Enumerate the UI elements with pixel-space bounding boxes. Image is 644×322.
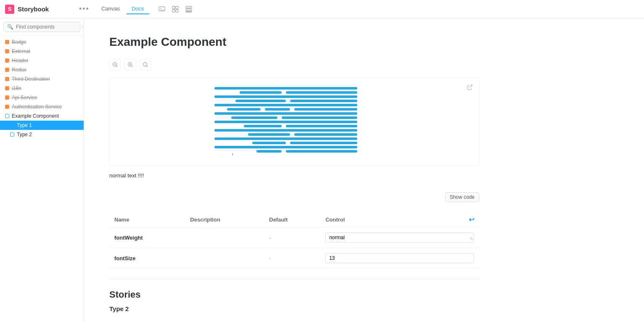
row-font-size-desc [185, 248, 264, 269]
search-shortcut: / [82, 24, 83, 29]
sidebar-item-auth-service[interactable]: Authentication Service [0, 102, 84, 111]
zoom-reset-button[interactable] [124, 59, 136, 71]
svg-rect-37 [214, 137, 357, 140]
zoom-in-button[interactable] [140, 59, 151, 71]
svg-rect-19 [240, 91, 282, 94]
preview-box [109, 77, 479, 166]
svg-rect-32 [244, 125, 282, 127]
sidebar: 🔍 / Badge External Header Redux [0, 18, 84, 322]
sidebar-item-header[interactable]: Header [0, 56, 84, 65]
table-row: fontWeight - ✎ [109, 227, 479, 248]
sidebar-item-api-service[interactable]: Api Service [0, 93, 84, 102]
col-header-control: Control ↩ [320, 212, 479, 227]
svg-rect-18 [214, 87, 357, 90]
logo: S Storybook [5, 5, 72, 14]
svg-line-10 [116, 66, 118, 68]
row-font-size-default: - [264, 248, 320, 269]
zoom-out-button[interactable] [109, 59, 121, 71]
search-bar: 🔍 / [0, 18, 84, 36]
example-component-icon [5, 114, 9, 118]
svg-line-17 [147, 66, 148, 68]
sidebar-item-type1[interactable]: Type 1 [0, 121, 84, 130]
svg-rect-29 [231, 116, 277, 119]
sidebar-item-label: i18n [12, 85, 79, 91]
content-area: Example Component [84, 18, 644, 322]
blue-lines-visualization [214, 87, 374, 156]
svg-rect-22 [235, 100, 286, 102]
page-title: Example Component [109, 35, 479, 49]
svg-rect-20 [286, 91, 357, 94]
svg-rect-34 [214, 129, 357, 132]
reset-controls-icon[interactable]: ↩ [469, 216, 474, 224]
redux-icon [5, 68, 9, 72]
svg-rect-43 [232, 153, 233, 156]
logo-icon: S [5, 5, 14, 14]
table-row: fontSize - [109, 248, 479, 269]
svg-rect-2 [172, 6, 175, 9]
topbar-menu-dots[interactable]: ••• [79, 5, 90, 13]
svg-rect-8 [186, 11, 192, 12]
svg-rect-40 [214, 146, 357, 148]
content-inner: Example Component [84, 18, 504, 322]
show-code-button[interactable]: Show code [445, 192, 479, 202]
i18n-icon [5, 86, 9, 90]
sidebar-item-label: Header [12, 58, 79, 63]
search-input-wrap[interactable]: 🔍 / [3, 22, 80, 32]
svg-rect-23 [290, 100, 357, 102]
row-font-size-name: fontSize [109, 248, 185, 269]
sidebar-item-label: Third Destination [12, 76, 79, 82]
edit-icon: ✎ [470, 236, 473, 242]
third-destination-icon [5, 77, 9, 81]
topbar-tabs: Canvas Docs [96, 4, 149, 14]
sidebar-item-third-destination[interactable]: Third Destination [0, 74, 84, 84]
svg-point-16 [143, 63, 147, 66]
sidebar-item-badge[interactable]: Badge [0, 37, 84, 47]
tab-docs[interactable]: Docs [127, 4, 149, 14]
sidebar-item-label: Redux [12, 67, 79, 73]
stories-title: Stories [109, 289, 479, 300]
sidebar-item-type2[interactable]: Type 2 [0, 130, 84, 139]
auth-service-icon [5, 105, 9, 109]
normal-text-label: normal text !!!! [109, 172, 479, 179]
row-font-weight-default: - [264, 227, 320, 248]
sidebar-item-redux[interactable]: Redux [0, 65, 84, 74]
font-weight-input-wrap: ✎ [325, 232, 474, 243]
svg-rect-30 [282, 116, 357, 119]
external-icon [5, 49, 9, 53]
svg-line-13 [132, 66, 133, 68]
share-button[interactable] [464, 81, 475, 93]
sidebar-item-label: Example Component [12, 113, 79, 119]
type1-icon [10, 123, 14, 127]
svg-rect-31 [214, 121, 357, 123]
search-input[interactable] [16, 24, 79, 30]
svg-rect-36 [294, 133, 357, 136]
main-layout: 🔍 / Badge External Header Redux [0, 18, 644, 322]
svg-rect-27 [294, 108, 357, 111]
svg-rect-3 [176, 6, 178, 9]
svg-rect-41 [256, 150, 282, 153]
col-header-description: Description [185, 212, 264, 227]
layout-icon[interactable] [185, 5, 193, 13]
svg-rect-38 [252, 142, 286, 144]
row-font-weight-desc [185, 227, 264, 248]
svg-rect-4 [172, 10, 175, 12]
tab-canvas[interactable]: Canvas [96, 4, 125, 14]
sidebar-item-external[interactable]: External [0, 47, 84, 56]
sidebar-item-example-component[interactable]: Example Component [0, 111, 84, 121]
badge-icon [5, 40, 9, 44]
topbar: S Storybook ••• Canvas Docs [0, 0, 644, 18]
font-weight-input[interactable] [325, 232, 474, 243]
sidebar-item-i18n[interactable]: i18n [0, 84, 84, 93]
show-code-bar: Show code [109, 189, 479, 206]
svg-rect-5 [176, 10, 178, 12]
font-size-input[interactable] [325, 253, 474, 263]
row-font-weight-control: ✎ [320, 227, 479, 248]
svg-rect-42 [286, 150, 357, 153]
image-icon[interactable] [158, 5, 166, 13]
sidebar-item-label: Badge [12, 39, 79, 45]
svg-rect-7 [186, 9, 192, 11]
sidebar-item-label: Type 2 [17, 132, 79, 137]
svg-rect-21 [214, 95, 357, 98]
topbar-icons [158, 5, 193, 13]
grid-icon[interactable] [171, 5, 179, 13]
